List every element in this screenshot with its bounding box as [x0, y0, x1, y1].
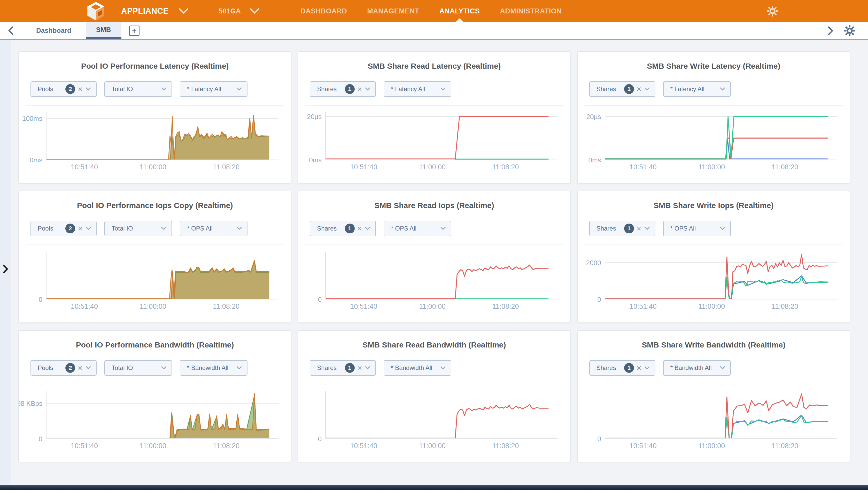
x-axis: 10:51:4011:00:0011:08:20 [46, 299, 278, 312]
dropdown-label: Shares [596, 225, 616, 232]
io-type-dropdown[interactable]: Total IO [104, 221, 172, 236]
metric-dropdown[interactable]: * Latency All [663, 81, 731, 97]
nav-administration[interactable]: ADMINISTRATION [490, 0, 572, 22]
metric-dropdown[interactable]: * OPS All [180, 221, 247, 236]
shares-filter-dropdown[interactable]: Shares 1 × [589, 360, 655, 375]
y-tick-label: 0ms [588, 156, 601, 164]
shares-filter-dropdown[interactable]: Shares 1 × [310, 81, 376, 97]
panel-smb-read-iops: SMB Share Read Iops (Realtime) Shares 1 … [298, 191, 571, 323]
chevron-down-icon [645, 87, 650, 91]
dropdown-label: * Latency All [671, 86, 705, 93]
shares-filter-dropdown[interactable]: Shares 1 × [310, 221, 376, 236]
chart-smb-read-latency: 20µs0ms 10:51:4011:00:0011:08:20 [298, 112, 570, 172]
chart-canvas [326, 112, 558, 160]
filter-row: Pools 2 × Total IO * Latency All [30, 81, 291, 97]
filter-row: Shares 1 × * Latency All [589, 81, 850, 97]
y-axis: 98 KBps0 [19, 391, 46, 439]
metric-dropdown[interactable]: * Latency All [180, 81, 247, 97]
io-type-dropdown[interactable]: Total IO [104, 81, 172, 97]
chevron-down-icon [86, 87, 91, 91]
chevron-down-icon[interactable] [179, 8, 188, 14]
appliance-menu[interactable]: APPLIANCE [121, 6, 169, 16]
y-tick-label: 0 [39, 435, 42, 443]
clear-icon[interactable]: × [357, 85, 362, 93]
shares-filter-dropdown[interactable]: Shares 1 × [310, 360, 376, 375]
x-axis: 10:51:4011:00:0011:08:20 [46, 160, 278, 172]
dropdown-label: Total IO [112, 225, 133, 232]
chevron-down-icon [365, 227, 370, 230]
x-axis: 10:51:4011:00:0011:08:20 [325, 439, 558, 451]
pools-filter-dropdown[interactable]: Pools 2 × [30, 221, 97, 236]
panel-smb-read-bandwidth: SMB Share Read Bandwidth (Realtime) Shar… [298, 330, 571, 462]
y-tick-label: 20µs [586, 112, 601, 121]
filter-row: Pools 2 × Total IO * Bandwidth All [30, 360, 291, 375]
chart-smb-write-iops: 20000 10:51:4011:00:0011:08:20 [578, 252, 850, 312]
x-axis: 10:51:4011:00:0011:08:20 [325, 160, 558, 172]
metric-dropdown[interactable]: * Latency All [383, 81, 451, 97]
chart-smb-read-iops: 0 10:51:4011:00:0011:08:20 [298, 252, 570, 312]
chevron-down-icon [161, 366, 166, 370]
device-selector[interactable]: 501GA [219, 7, 241, 15]
x-axis: 10:51:4011:00:0011:08:20 [325, 299, 558, 312]
clear-icon[interactable]: × [357, 364, 362, 372]
dropdown-label: * OPS All [187, 225, 213, 232]
x-tick-label: 11:00:00 [140, 302, 166, 311]
nav-management[interactable]: MANAGEMENT [357, 0, 429, 22]
clear-icon[interactable]: × [78, 364, 83, 372]
metric-dropdown[interactable]: * OPS All [663, 221, 731, 236]
plot-area [605, 112, 837, 160]
metric-dropdown[interactable]: * Bandwidth All [663, 360, 731, 375]
chart-smb-write-bandwidth: 0 10:51:4011:00:0011:08:20 [578, 391, 850, 451]
chart-canvas [605, 112, 837, 160]
count-badge: 1 [624, 224, 634, 233]
y-tick-label: 0ms [309, 156, 322, 164]
filter-row: Pools 2 × Total IO * OPS All [30, 221, 291, 236]
panel-title: SMB Share Write Bandwidth (Realtime) [578, 340, 850, 349]
chevron-down-icon [440, 87, 445, 91]
tabs-scroll-right-button[interactable] [827, 22, 834, 39]
chevron-down-icon [365, 87, 370, 91]
clear-icon[interactable]: × [357, 224, 362, 233]
metric-dropdown[interactable]: * Bandwidth All [180, 360, 247, 375]
view-settings-gear-icon[interactable] [844, 25, 856, 37]
filter-row: Shares 1 × * OPS All [310, 221, 570, 236]
nav-analytics[interactable]: ANALYTICS [429, 0, 490, 22]
shares-filter-dropdown[interactable]: Shares 1 × [589, 81, 655, 97]
side-panel-expand-strip[interactable] [0, 40, 11, 485]
panel-smb-write-latency: SMB Share Write Latency (Realtime) Share… [577, 52, 850, 184]
y-axis: 0 [298, 252, 325, 299]
shares-filter-dropdown[interactable]: Shares 1 × [589, 221, 655, 236]
count-badge: 1 [345, 84, 355, 94]
x-axis: 10:51:4011:00:0011:08:20 [605, 160, 837, 172]
bottom-status-bar [0, 485, 868, 490]
io-type-dropdown[interactable]: Total IO [104, 360, 172, 375]
y-tick-label: 0 [597, 435, 601, 443]
x-tick-label: 11:00:00 [698, 163, 725, 171]
chart-canvas [46, 391, 278, 438]
tabs-scroll-left-button[interactable] [0, 22, 22, 39]
clear-icon[interactable]: × [637, 85, 642, 93]
chart-pool-io-latency: 100ms0ms 10:51:4011:00:0011:08:20 [19, 112, 291, 172]
x-tick-label: 11:00:00 [698, 302, 725, 311]
dropdown-label: Shares [596, 86, 616, 93]
clear-icon[interactable]: × [78, 85, 83, 93]
pools-filter-dropdown[interactable]: Pools 2 × [30, 360, 97, 375]
nav-dashboard[interactable]: DASHBOARD [290, 0, 357, 22]
tab-smb[interactable]: SMB [86, 22, 121, 39]
settings-gear-icon[interactable] [767, 5, 778, 17]
clear-icon[interactable]: × [637, 364, 642, 372]
chevron-down-icon [161, 87, 166, 91]
metric-dropdown[interactable]: * Bandwidth All [383, 360, 451, 375]
metric-dropdown[interactable]: * OPS All [383, 221, 451, 236]
add-view-button[interactable]: + [129, 26, 140, 36]
pools-filter-dropdown[interactable]: Pools 2 × [30, 81, 97, 97]
clear-icon[interactable]: × [78, 224, 83, 233]
dropdown-label: * Bandwidth All [187, 364, 228, 371]
chart-canvas [605, 391, 837, 438]
tab-dashboard[interactable]: Dashboard [22, 22, 86, 39]
chevron-down-icon[interactable] [250, 8, 259, 14]
count-badge: 1 [624, 363, 634, 373]
x-tick-label: 11:08:20 [213, 442, 240, 450]
clear-icon[interactable]: × [637, 224, 642, 233]
x-tick-label: 11:08:20 [492, 442, 519, 450]
